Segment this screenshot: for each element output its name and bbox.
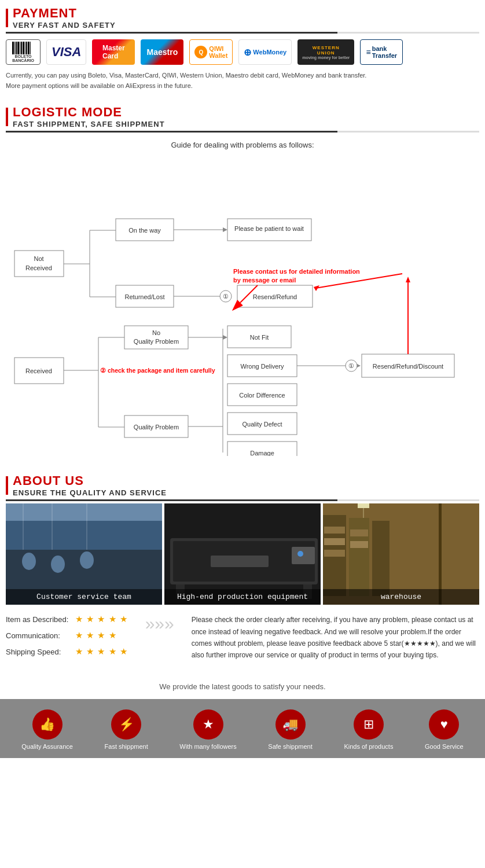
svg-text:Please contact us for detailed: Please contact us for detailed informati…	[233, 268, 360, 275]
svg-text:①: ①	[348, 362, 354, 369]
svg-text:Resend/Refund: Resend/Refund	[253, 293, 297, 300]
svg-text:Damage: Damage	[250, 450, 274, 456]
ratings-left: Item as Described: ★ ★ ★ ★ ★ Communicati…	[6, 614, 128, 663]
rating-stars-item: ★ ★ ★ ★ ★	[75, 614, 128, 624]
about-bar	[6, 476, 8, 495]
logistic-section: LOGISTIC MODE FAST SHIPPMENT, SAFE SHIPP…	[0, 99, 485, 468]
ratings-section: Item as Described: ★ ★ ★ ★ ★ Communicati…	[0, 605, 485, 668]
about-section: ABOUT US ENSURE THE QUALITY AND SERVICE	[0, 468, 485, 758]
satisfy-text: We provide the latest goods to satisfy y…	[0, 668, 485, 699]
svg-rect-83	[372, 521, 390, 596]
logistic-title-block: LOGISTIC MODE FAST SHIPPMENT, SAFE SHIPP…	[13, 105, 479, 128]
logistic-title: LOGISTIC MODE	[13, 105, 479, 120]
svg-text:② check the package and item c: ② check the package and item carefully	[100, 367, 215, 374]
svg-text:Please be patient to wait: Please be patient to wait	[234, 225, 304, 232]
payment-logos: BOLETOBANCÁRIO VISA MasterCard Maestro Q…	[0, 34, 485, 68]
webmoney-logo: ⊕ WebMoney	[238, 39, 292, 65]
safe-icon-label: Safe shippment	[268, 743, 312, 750]
svg-rect-0	[14, 251, 64, 277]
svg-rect-86	[324, 527, 345, 534]
kinds-icon-circle: ⊞	[354, 709, 384, 740]
rating-stars-comm: ★ ★ ★ ★	[75, 630, 117, 641]
bottom-bar: 👍 Quality Assurance ⚡ Fast shippment ★ W…	[0, 699, 485, 758]
photo-cs: Customer service team	[6, 503, 162, 605]
svg-text:Quality Defect: Quality Defect	[242, 421, 282, 428]
svg-point-67	[80, 551, 94, 569]
payment-title: PAYMENT	[13, 6, 479, 21]
svg-marker-9	[223, 227, 227, 232]
visa-logo: VISA	[46, 39, 86, 65]
svg-rect-88	[324, 550, 345, 557]
svg-rect-84	[358, 503, 369, 508]
rating-stars-ship: ★ ★ ★ ★ ★	[75, 646, 128, 657]
payment-bar	[6, 9, 8, 27]
quality-icon-circle: 👍	[32, 709, 63, 740]
rating-label-item: Item as Described:	[6, 615, 75, 624]
svg-text:Quality Problem: Quality Problem	[134, 338, 179, 345]
svg-text:Color Difference: Color Difference	[239, 392, 285, 399]
svg-text:by message or email: by message or email	[233, 277, 296, 284]
about-subtitle: ENSURE THE QUALITY AND SERVICE	[13, 488, 479, 497]
mastercard-logo: MasterCard	[92, 39, 135, 65]
bottom-icon-followers: ★ With many followers	[179, 709, 236, 750]
eq-label: High-end production equipment	[164, 589, 321, 605]
svg-line-24	[315, 274, 402, 288]
svg-text:Returned/Lost: Returned/Lost	[124, 293, 164, 300]
cs-label: Customer service team	[6, 589, 162, 605]
payment-subtitle: VERY FAST AND SAFETY	[13, 21, 479, 30]
followers-icon-circle: ★	[193, 709, 223, 740]
flowchart: Not Received On the way Please be patien…	[0, 155, 485, 468]
bottom-icon-safe: 🚚 Safe shippment	[268, 709, 312, 750]
about-header: ABOUT US ENSURE THE QUALITY AND SERVICE	[0, 468, 485, 499]
rating-label-ship: Shipping Speed:	[6, 648, 75, 656]
kinds-icon-label: Kinds of products	[344, 743, 393, 750]
fast-icon-label: Fast shippment	[105, 743, 148, 750]
svg-text:Wrong Delivery: Wrong Delivery	[241, 363, 284, 370]
svg-text:Quality Problem: Quality Problem	[134, 424, 179, 431]
photo-wh: warehouse	[323, 503, 479, 605]
svg-marker-61	[406, 277, 410, 282]
svg-text:Received: Received	[25, 367, 52, 374]
ratings-right: Please check the order clearly after rec…	[192, 614, 479, 661]
svg-rect-89	[350, 529, 368, 536]
flowchart-svg: Not Received On the way Please be patien…	[9, 161, 482, 456]
svg-rect-76	[292, 547, 315, 564]
rating-row-comm: Communication: ★ ★ ★ ★	[6, 630, 128, 641]
bottom-icon-service: ♥ Good Service	[425, 709, 464, 750]
quality-icon-label: Quality Assurance	[21, 743, 73, 750]
service-icon-label: Good Service	[425, 743, 464, 750]
logistic-subtitle: FAST SHIPPMENT, SAFE SHIPPMENT	[13, 120, 479, 128]
logistic-header: LOGISTIC MODE FAST SHIPPMENT, SAFE SHIPP…	[0, 99, 485, 131]
svg-point-77	[297, 551, 303, 557]
svg-rect-68	[6, 503, 162, 521]
bank-transfer-logo: ≡ bankTransfer	[360, 39, 403, 65]
payment-title-block: PAYMENT VERY FAST AND SAFETY	[13, 6, 479, 30]
svg-text:On the way: On the way	[128, 227, 161, 234]
about-title-block: ABOUT US ENSURE THE QUALITY AND SERVICE	[13, 473, 479, 497]
about-photos: Customer service team High-end productio…	[0, 501, 485, 605]
svg-rect-87	[324, 538, 345, 545]
rating-row-item: Item as Described: ★ ★ ★ ★ ★	[6, 614, 128, 624]
svg-text:No: No	[152, 329, 160, 336]
barcode	[12, 42, 34, 54]
followers-icon-label: With many followers	[179, 743, 236, 750]
logistic-bar	[6, 108, 8, 126]
bottom-icon-quality: 👍 Quality Assurance	[21, 709, 73, 750]
guide-title: Guide for dealing with problems as follo…	[0, 133, 485, 155]
payment-section: PAYMENT VERY FAST AND SAFETY BOLETOBANCÁ…	[0, 0, 485, 99]
svg-text:Received: Received	[25, 264, 52, 271]
boleto-logo: BOLETOBANCÁRIO	[6, 39, 41, 65]
western-union-logo: WESTERN UNION moving money for better	[297, 39, 354, 65]
bottom-icon-kinds: ⊞ Kinds of products	[344, 709, 393, 750]
maestro-logo: Maestro	[141, 39, 183, 65]
photo-eq: High-end production equipment	[164, 503, 321, 605]
bottom-icon-fast: ⚡ Fast shippment	[105, 709, 148, 750]
svg-point-66	[51, 556, 65, 573]
arrows-mid: »»»	[139, 614, 180, 634]
qiwi-logo: Q QIWIWallet	[189, 39, 233, 65]
svg-text:Not: Not	[34, 255, 43, 262]
safe-icon-circle: 🚚	[275, 709, 306, 740]
service-icon-circle: ♥	[429, 709, 459, 740]
fast-icon-circle: ⚡	[111, 709, 141, 740]
svg-text:Resend/Refund/Discount: Resend/Refund/Discount	[373, 363, 443, 370]
